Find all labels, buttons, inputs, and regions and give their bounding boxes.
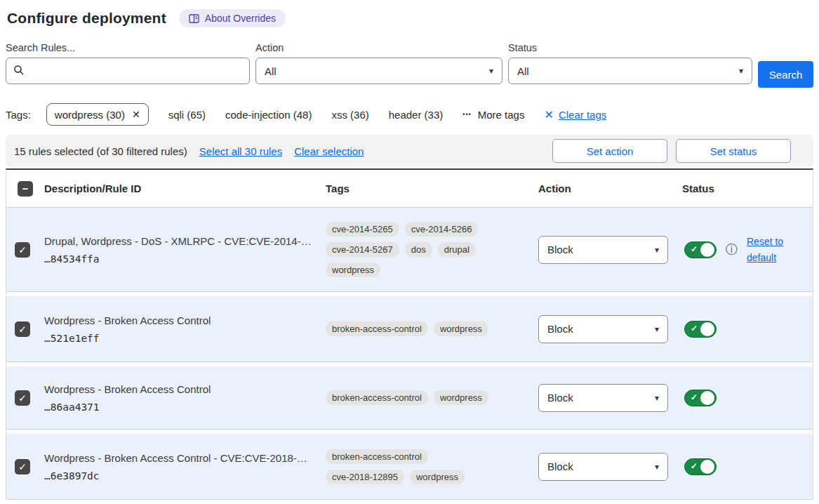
action-select[interactable]: Block ▾ [538,315,668,343]
search-rules-input[interactable] [30,65,242,78]
tag-option-sqli[interactable]: sqli (65) [168,109,206,121]
search-button[interactable]: Search [758,61,813,88]
rule-description: Wordpress - Broken Access Control [44,383,320,395]
rule-description-cell: Drupal, Wordpress - DoS - XMLRPC - CVE:C… [39,235,320,265]
rule-id: …521e1eff [44,333,320,344]
reset-to-default-link[interactable]: Reset to default [747,234,792,265]
table-header-row: − Description/Rule ID Tags Action Status [6,170,813,208]
tag-option-xss[interactable]: xss (36) [331,109,368,121]
remove-tag-icon[interactable]: ✕ [132,109,140,120]
more-tags-button[interactable]: ••• More tags [462,109,524,121]
rule-status-cell: ✓ ⓘ Reset to default [677,234,813,265]
rule-tag: broken-access-control [326,321,428,336]
rule-tag: drupal [438,242,476,257]
selection-actions: Set action Set status [552,139,791,163]
set-action-button[interactable]: Set action [552,139,667,163]
about-overrides-label: About Overrides [205,13,276,24]
table-row: ✓ Drupal, Wordpress - DoS - XMLRPC - CVE… [6,208,813,292]
rule-description-cell: Wordpress - Broken Access Control …521e1… [39,314,320,344]
search-rules-label: Search Rules... [6,42,250,53]
header-checkbox-cell: − [6,181,39,197]
rule-description: Drupal, Wordpress - DoS - XMLRPC - CVE:C… [44,235,320,247]
search-icon [13,65,25,78]
select-all-checkbox[interactable]: − [18,181,33,197]
selection-bar: 15 rules selected (of 30 filtered rules)… [6,135,813,167]
chevron-down-icon: ▾ [489,66,493,76]
rule-action-cell: Block ▾ [533,453,677,481]
info-icon[interactable]: ⓘ [726,244,738,256]
rule-tags-cell: cve-2014-5265 cve-2014-5266 cve-2014-526… [320,222,533,277]
col-status: Status [677,183,813,194]
rule-status-cell: ✓ [677,321,813,338]
chevron-down-icon: ▾ [655,324,659,334]
row-checkbox-cell: ✓ [6,242,39,258]
action-select[interactable]: Block ▾ [538,236,668,264]
rule-tags-cell: broken-access-control cve-2018-12895 wor… [320,449,533,484]
rule-tag: dos [405,242,432,257]
table-row: ✓ Wordpress - Broken Access Control …521… [6,296,813,362]
rule-tag: cve-2014-5266 [405,222,479,237]
rule-tag: wordpress [410,470,465,484]
row-checkbox[interactable]: ✓ [15,390,30,406]
table-row: ✓ Wordpress - Broken Access Control - CV… [6,434,813,500]
clear-tags-label: Clear tags [559,109,606,121]
clear-tags-button[interactable]: ✕ Clear tags [544,108,606,121]
action-value: Block [547,244,573,256]
check-icon: ✓ [691,461,698,471]
rule-action-cell: Block ▾ [533,384,677,412]
about-overrides-badge[interactable]: About Overrides [179,9,286,27]
rule-tag: broken-access-control [326,390,428,405]
rule-tags-cell: broken-access-control wordpress [320,390,533,405]
status-filter-group: Status All ▾ [508,42,752,88]
tags-bar: Tags: wordpress (30) ✕ sqli (65) code-in… [6,103,813,126]
set-status-button[interactable]: Set status [676,139,791,163]
action-select[interactable]: Block ▾ [538,384,668,412]
rule-tag: cve-2014-5267 [326,242,399,257]
action-filter-group: Action All ▾ [255,42,502,88]
col-action: Action [533,183,677,194]
check-icon: ✓ [691,244,698,254]
rule-tag: wordpress [434,321,488,336]
select-all-link[interactable]: Select all 30 rules [199,145,282,157]
rule-tag: wordpress [326,263,380,277]
rule-action-cell: Block ▾ [533,315,677,343]
action-value: Block [547,323,573,335]
clear-selection-link[interactable]: Clear selection [294,145,364,157]
search-rules-inputbox [6,58,250,84]
action-filter-value: All [265,65,277,77]
rule-id: …86aa4371 [44,402,320,413]
rule-description: Wordpress - Broken Access Control [44,314,320,326]
status-toggle-on[interactable]: ✓ [684,241,717,258]
tags-bar-label: Tags: [6,109,31,121]
rule-tags-cell: broken-access-control wordpress [320,321,533,336]
status-toggle-on[interactable]: ✓ [684,458,717,475]
tag-option-code-injection[interactable]: code-injection (48) [225,109,312,121]
rule-status-cell: ✓ [677,390,813,406]
row-checkbox[interactable]: ✓ [15,459,30,475]
status-toggle-on[interactable]: ✓ [684,321,717,338]
rule-action-cell: Block ▾ [533,236,677,264]
tag-option-header[interactable]: header (33) [389,109,444,121]
row-checkbox[interactable]: ✓ [15,242,30,258]
selected-tag-label: wordpress (30) [55,109,125,121]
rule-description-cell: Wordpress - Broken Access Control …86aa4… [39,383,320,413]
row-checkbox[interactable]: ✓ [15,321,30,337]
rule-id: …6e3897dc [44,470,320,482]
selection-summary: 15 rules selected (of 30 filtered rules) [14,145,187,157]
status-filter-value: All [517,65,529,77]
rule-description: Wordpress - Broken Access Control - CVE:… [44,452,320,464]
table-row: ✓ Wordpress - Broken Access Control …86a… [6,366,813,430]
rule-status-cell: ✓ [677,458,813,475]
toggle-knob [700,391,714,405]
selected-tag-wordpress[interactable]: wordpress (30) ✕ [46,103,149,126]
toggle-knob [700,243,714,257]
filter-bar: Search Rules... Action All ▾ Status All [6,42,813,88]
status-filter-select[interactable]: All ▾ [508,58,752,84]
status-toggle-on[interactable]: ✓ [684,390,717,406]
close-icon: ✕ [544,108,553,121]
rule-id: …84534ffa [44,253,320,265]
rule-description-cell: Wordpress - Broken Access Control - CVE:… [39,452,320,482]
action-filter-select[interactable]: All ▾ [255,58,502,84]
action-select[interactable]: Block ▾ [538,453,668,481]
action-value: Block [547,392,573,404]
